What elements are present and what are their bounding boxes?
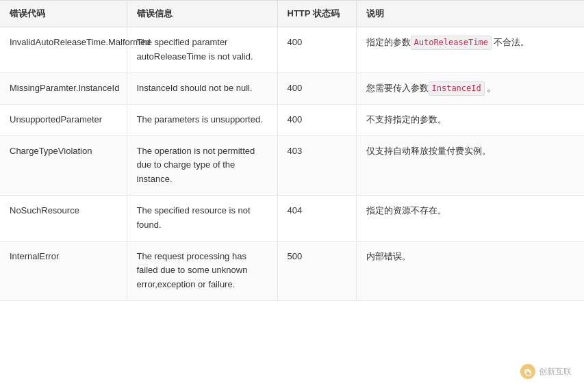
table-row: ChargeTypeViolationThe operation is not …: [0, 135, 584, 195]
cell-description: 仅支持自动释放按量付费实例。: [356, 135, 584, 195]
inline-code: AutoReleaseTime: [411, 36, 492, 50]
header-http: HTTP 状态码: [277, 1, 356, 27]
table-row: UnsupportedParameterThe parameters is un…: [0, 104, 584, 135]
cell-description: 您需要传入参数InstanceId 。: [356, 73, 584, 104]
cell-http-status: 404: [277, 195, 356, 241]
watermark-text: 创新互联: [539, 366, 572, 378]
header-code: 错误代码: [0, 1, 127, 27]
cell-message: The specified resource is not found.: [127, 195, 277, 241]
cell-code: NoSuchResource: [0, 195, 127, 241]
table-row: MissingParamter.InstanceIdInstanceId sho…: [0, 73, 584, 104]
table-header-row: 错误代码 错误信息 HTTP 状态码 说明: [0, 1, 584, 27]
table-row: InvalidAutoReleaseTime.MalformedThe spec…: [0, 27, 584, 73]
table-row: InternalErrorThe request processing has …: [0, 241, 584, 300]
table-row: NoSuchResourceThe specified resource is …: [0, 195, 584, 241]
cell-message: The parameters is unsupported.: [127, 104, 277, 135]
cell-code: MissingParamter.InstanceId: [0, 73, 127, 104]
table-container: 错误代码 错误信息 HTTP 状态码 说明 InvalidAutoRelease…: [0, 0, 584, 392]
header-message: 错误信息: [127, 1, 277, 27]
cell-code: InvalidAutoReleaseTime.Malformed: [0, 27, 127, 73]
cell-description: 指定的参数AutoReleaseTime 不合法。: [356, 27, 584, 73]
svg-point-0: [520, 364, 535, 379]
cell-code: ChargeTypeViolation: [0, 135, 127, 195]
cell-http-status: 403: [277, 135, 356, 195]
cell-http-status: 400: [277, 73, 356, 104]
cell-description: 指定的资源不存在。: [356, 195, 584, 241]
cell-http-status: 500: [277, 241, 356, 300]
cell-message: The operation is not permitted due to ch…: [127, 135, 277, 195]
cell-code: InternalError: [0, 241, 127, 300]
cell-http-status: 400: [277, 27, 356, 73]
watermark-logo-icon: [520, 363, 536, 380]
cell-http-status: 400: [277, 104, 356, 135]
cell-message: The specified paramter autoReleaseTime i…: [127, 27, 277, 73]
cell-message: InstanceId should not be null.: [127, 73, 277, 104]
watermark: 创新互联: [520, 363, 572, 380]
cell-message: The request processing has failed due to…: [127, 241, 277, 300]
cell-description: 内部错误。: [356, 241, 584, 300]
header-desc: 说明: [356, 1, 584, 27]
error-table: 错误代码 错误信息 HTTP 状态码 说明 InvalidAutoRelease…: [0, 0, 584, 301]
inline-code: InstanceId: [429, 81, 485, 96]
cell-code: UnsupportedParameter: [0, 104, 127, 135]
cell-description: 不支持指定的参数。: [356, 104, 584, 135]
